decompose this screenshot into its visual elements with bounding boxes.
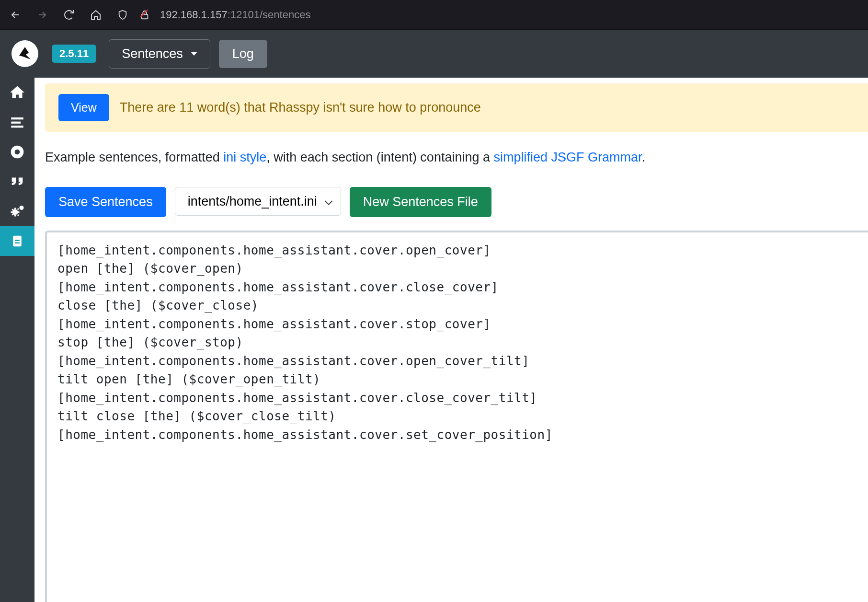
svg-rect-3 [11, 122, 21, 124]
reload-button[interactable] [62, 8, 76, 22]
sidebar-item-lines[interactable] [0, 107, 34, 137]
sidebar-item-quotes[interactable] [0, 167, 34, 197]
svg-point-8 [20, 206, 24, 210]
insecure-lock-icon [138, 8, 151, 22]
app-logo[interactable] [11, 40, 38, 67]
svg-rect-2 [11, 117, 23, 119]
sentences-editor[interactable]: [home_intent.components.home_assistant.c… [47, 232, 868, 602]
sidebar-item-settings[interactable] [0, 197, 34, 226]
chevron-down-icon [191, 52, 197, 56]
forward-button[interactable] [35, 8, 49, 22]
editor-container: [home_intent.components.home_assistant.c… [45, 231, 868, 602]
ini-style-link[interactable]: ini style [223, 150, 266, 164]
back-button[interactable] [9, 8, 22, 22]
sidebar [0, 78, 34, 602]
svg-point-6 [15, 150, 20, 155]
controls: Save Sentences intents/home_intent.ini N… [34, 165, 868, 217]
browser-toolbar: 192.168.1.157:12101/sentences [0, 0, 868, 30]
save-sentences-button[interactable]: Save Sentences [45, 187, 166, 217]
dropdown-label: Sentences [122, 46, 183, 61]
svg-rect-4 [11, 126, 23, 127]
shield-icon [116, 8, 129, 22]
sidebar-item-docs[interactable] [0, 226, 34, 256]
url-bar[interactable]: 192.168.1.157:12101/sentences [116, 8, 310, 22]
new-sentences-button[interactable]: New Sentences File [350, 187, 491, 217]
sidebar-item-record[interactable] [0, 137, 34, 167]
jsgf-link[interactable]: simplified JSGF Grammar [494, 150, 642, 164]
warning-banner: View There are 11 word(s) that Rhasspy i… [45, 83, 868, 132]
page-dropdown[interactable]: Sentences [109, 39, 210, 69]
description: Example sentences, formatted ini style, … [34, 132, 868, 165]
url-text: 192.168.1.157:12101/sentences [160, 9, 310, 21]
home-button[interactable] [89, 8, 103, 22]
log-button[interactable]: Log [219, 40, 267, 68]
sidebar-item-home[interactable] [0, 78, 34, 107]
svg-rect-11 [15, 243, 20, 244]
view-button[interactable]: View [58, 94, 109, 121]
svg-rect-10 [15, 240, 20, 242]
file-select[interactable]: intents/home_intent.ini [175, 187, 341, 216]
version-badge: 2.5.11 [52, 45, 96, 63]
main-content: View There are 11 word(s) that Rhasspy i… [34, 78, 868, 602]
warning-text: There are 11 word(s) that Rhasspy isn't … [120, 100, 481, 115]
app-header: 2.5.11 Sentences Log [0, 30, 868, 78]
